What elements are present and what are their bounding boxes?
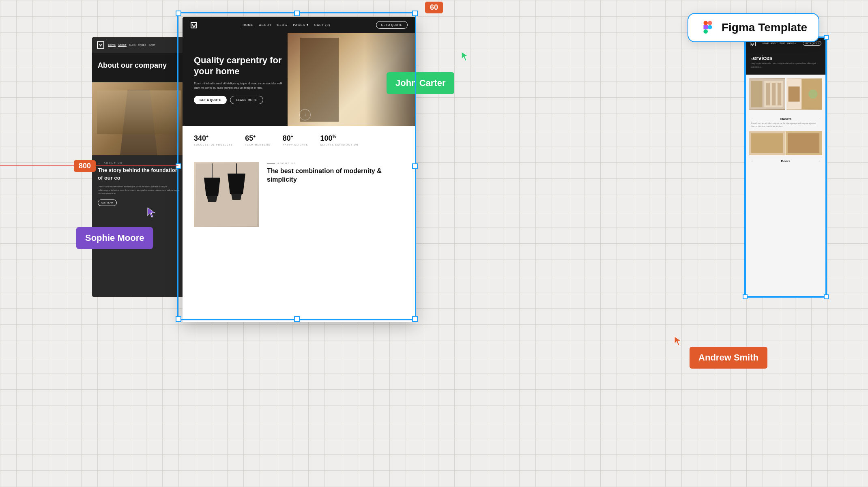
center-nav-about[interactable]: ABOUT [259, 23, 272, 27]
svg-marker-5 [148, 208, 155, 217]
figma-template-badge: Figma Template [688, 13, 819, 42]
center-stat-projects-number: 340+ [194, 134, 233, 143]
right-card-arrow-right-doors: → [818, 160, 821, 162]
center-hero-scroll-arrow: ↓ [304, 112, 306, 118]
center-stat-projects: 340+ SUCCESSFUL PROJECTS [194, 134, 233, 146]
center-about: ABOUT US The best combination of moderni… [183, 154, 416, 235]
left-card-about-text: Danturus tellus vulnulmas acelerisque tu… [98, 185, 180, 195]
left-card: HOME ABOUT BLOG PAGES CART About our com… [92, 37, 185, 297]
left-card-image [92, 82, 185, 155]
right-card-arrow-left-doors: → [751, 160, 753, 162]
center-hero-title: Quality carpentry for your home [194, 55, 288, 77]
svg-marker-11 [228, 174, 245, 194]
center-stats: 340+ SUCCESSFUL PROJECTS 65+ TEAM MEMBER… [183, 126, 416, 154]
center-about-image [194, 162, 259, 227]
selection-handle-bl[interactable] [176, 316, 181, 322]
selection-handle-tl[interactable] [176, 11, 181, 16]
svg-marker-29 [462, 52, 468, 61]
svg-rect-6 [196, 163, 257, 226]
svg-rect-2 [703, 25, 708, 30]
center-about-left [194, 162, 259, 227]
left-nav-cart[interactable]: CART [149, 44, 155, 47]
right-card-arrow-left: → [751, 118, 753, 120]
center-stat-clients-number: 80+ [283, 134, 308, 143]
svg-rect-17 [772, 83, 776, 105]
spacing-label-800: 800 [74, 160, 96, 172]
center-hero-content: Quality carpentry for your home Etiam mi… [183, 45, 299, 114]
center-nav-logo [191, 22, 197, 28]
svg-marker-30 [675, 337, 681, 345]
right-nav-pages[interactable]: PAGES ▾ [787, 42, 796, 45]
center-stat-satisfaction-number: 100% [320, 134, 359, 143]
center-stat-team-number: 65+ [245, 134, 271, 143]
right-card-doors-label: Doors [781, 159, 790, 163]
john-carter-cursor [460, 51, 471, 64]
center-hero-learn-more-button[interactable]: LEARN MORE [230, 96, 263, 104]
right-card-closets-desc: Risus lorem amet nulla torquent tac laci… [749, 122, 822, 129]
left-card-logo-icon [97, 41, 104, 49]
left-card-about-label: — ABOUT US [98, 162, 180, 164]
center-stat-satisfaction: 100% CLIENTS SATISFACTION [320, 134, 359, 146]
right-card-services-desc: cing turpis venenatis natoque gravida se… [751, 62, 821, 69]
right-card-services-list: → Closets → Risus lorem amet nulla torqu… [746, 114, 825, 167]
center-nav-pages[interactable]: PAGES ▾ [293, 23, 308, 27]
left-nav-about[interactable]: ABOUT [118, 44, 127, 47]
center-stat-satisfaction-label: CLIENTS SATISFACTION [320, 144, 359, 146]
center-nav-blog[interactable]: BLOG [277, 23, 288, 27]
figma-badge-text: Figma Template [722, 21, 807, 34]
center-stat-clients: 80+ HAPPY CLIENTS [283, 134, 308, 146]
center-about-right: ABOUT US The best combination of moderni… [267, 162, 404, 227]
svg-point-4 [708, 25, 712, 30]
center-about-label: ABOUT US [267, 162, 404, 165]
selection-handle-tc[interactable] [294, 11, 300, 16]
right-nav-blog[interactable]: BLOG [780, 42, 785, 45]
right-card-image-1 [749, 78, 785, 110]
andrew-smith-badge: Andrew Smith [690, 347, 767, 369]
svg-rect-1 [708, 21, 712, 25]
center-nav-links: HOME ABOUT BLOG PAGES ▾ CART (0) [243, 23, 330, 27]
left-card-title: About our company [98, 61, 180, 70]
figma-icon [700, 19, 716, 36]
spacing-label-60: 60 [425, 2, 443, 13]
center-nav-cart[interactable]: CART (0) [314, 23, 330, 27]
svg-rect-16 [766, 83, 770, 105]
center-hero-buttons: GET A QUOTE LEARN MORE [194, 96, 288, 104]
left-card-hero: About our company [92, 53, 185, 82]
svg-rect-0 [703, 21, 708, 25]
svg-rect-3 [703, 29, 708, 34]
left-card-nav-links: HOME ABOUT BLOG PAGES CART [108, 44, 155, 47]
svg-rect-18 [778, 83, 781, 105]
center-hero-text: Etiam mi lobortis amet sit tristique qui… [194, 81, 288, 90]
right-card-closets-label: Closets [780, 117, 792, 121]
center-nav-home[interactable]: HOME [243, 23, 254, 27]
left-nav-home[interactable]: HOME [108, 44, 116, 47]
svg-rect-14 [751, 81, 763, 107]
selection-handle-tr[interactable] [412, 11, 418, 16]
right-nav-about[interactable]: ABOUT [771, 42, 778, 45]
left-card-about-section: — ABOUT US The story behind the foundati… [92, 155, 185, 212]
right-card-service-arrow-closets: → Closets → [749, 116, 822, 122]
center-hero-get-quote-button[interactable]: GET A QUOTE [194, 96, 227, 104]
left-nav-pages[interactable]: PAGES [138, 44, 146, 47]
center-nav: HOME ABOUT BLOG PAGES ▾ CART (0) GET A Q… [183, 17, 416, 33]
left-card-nav: HOME ABOUT BLOG PAGES CART [92, 37, 185, 53]
sophie-cursor [146, 207, 157, 220]
sophie-moore-badge: Sophie Moore [76, 227, 153, 249]
center-nav-cta-button[interactable]: GET A QUOTE [376, 21, 408, 29]
right-nav-home[interactable]: HOME [763, 42, 769, 45]
right-card-images-row [746, 75, 825, 114]
center-logo-icon [191, 22, 197, 28]
left-card-btn[interactable]: OUR TEAM [98, 200, 117, 206]
center-stat-team: 65+ TEAM MEMBERS [245, 134, 271, 146]
left-nav-blog[interactable]: BLOG [129, 44, 136, 47]
right-card-image-2 [786, 78, 823, 110]
right-card-closet-image [749, 131, 822, 155]
center-stat-clients-label: HAPPY CLIENTS [283, 144, 308, 146]
pendant-lamps-illustration [196, 163, 257, 226]
center-card: HOME ABOUT BLOG PAGES ▾ CART (0) GET A Q… [183, 17, 416, 322]
right-card: HOME ABOUT BLOG PAGES ▾ GET A QUOTE Serv… [745, 37, 826, 297]
center-stat-team-label: TEAM MEMBERS [245, 144, 271, 146]
svg-rect-28 [788, 133, 819, 153]
svg-marker-9 [207, 196, 217, 202]
right-card-hero: Services cing turpis venenatis natoque g… [746, 49, 825, 75]
